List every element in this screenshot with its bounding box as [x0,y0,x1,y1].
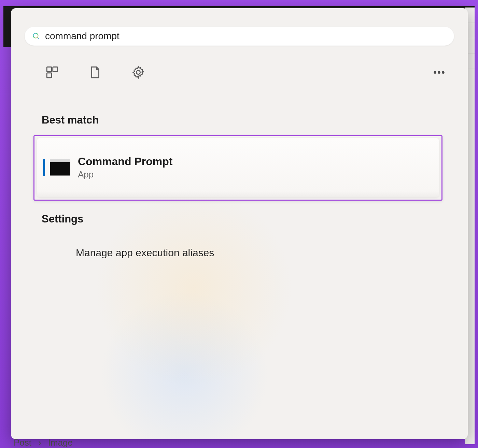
apps-filter-button[interactable] [44,64,60,80]
best-match-heading: Best match [42,114,99,126]
windows-search-panel: ••• Best match Command Prompt App Settin… [11,8,468,439]
settings-filter-button[interactable] [130,64,146,80]
result-text: Command Prompt App [78,155,172,180]
settings-result-item[interactable]: Manage app execution aliases [76,247,214,259]
outer-frame: ••• Best match Command Prompt App Settin… [0,0,478,448]
settings-heading: Settings [42,213,83,225]
result-title: Command Prompt [78,155,172,168]
result-subtitle: App [78,169,172,180]
filter-row: ••• [44,63,447,82]
svg-point-0 [33,33,38,38]
svg-point-5 [136,70,140,74]
svg-rect-4 [47,73,52,78]
search-bar[interactable] [25,27,454,46]
search-input[interactable] [45,31,447,42]
more-filters-button[interactable]: ••• [432,64,447,80]
documents-filter-button[interactable] [87,64,103,80]
svg-rect-2 [47,67,52,72]
search-icon [32,32,40,40]
command-prompt-icon [50,159,70,176]
selection-indicator [43,159,45,176]
svg-line-1 [38,38,39,39]
svg-rect-3 [53,67,58,72]
ellipsis-icon: ••• [433,67,445,78]
best-match-result[interactable]: Command Prompt App [37,138,439,197]
